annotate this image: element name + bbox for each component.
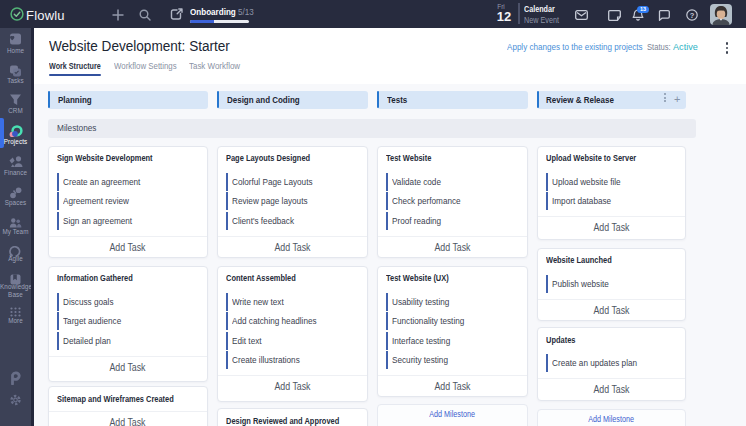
svg-text:?: ? — [690, 11, 695, 20]
